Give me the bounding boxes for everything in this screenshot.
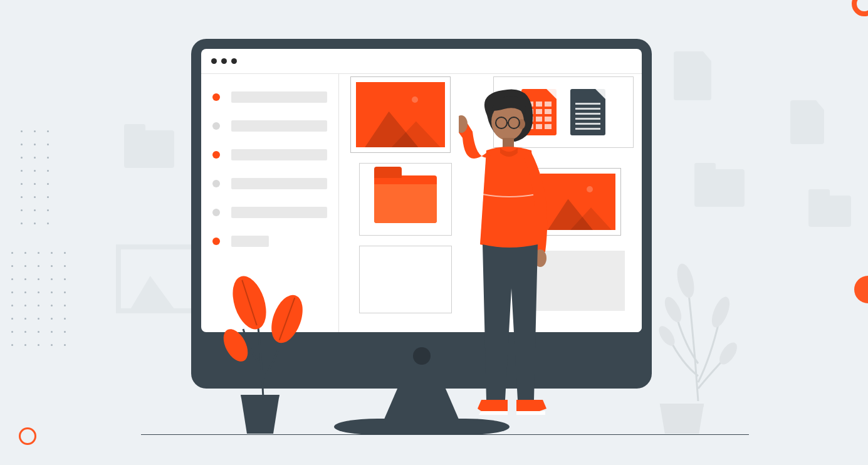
bg-document-icon: [790, 100, 824, 144]
plant-pot: [238, 395, 282, 434]
sidebar-item[interactable]: [212, 178, 327, 189]
bullet-active-icon: [212, 93, 220, 101]
dot-grid: [21, 130, 49, 224]
file-grid: [339, 74, 642, 332]
traffic-light-dot: [211, 58, 217, 64]
sidebar-item[interactable]: [212, 91, 327, 103]
monitor-base: [334, 419, 510, 435]
sidebar-item-label: [231, 178, 327, 189]
illustration-scene: [0, 0, 868, 465]
sidebar-item[interactable]: [212, 120, 327, 132]
bullet-inactive-icon: [212, 180, 220, 187]
bg-folder-icon: [694, 169, 745, 207]
svg-point-13: [674, 262, 698, 300]
sidebar-item-label: [231, 236, 269, 247]
bullet-inactive-icon: [212, 209, 220, 216]
bullet-active-icon: [212, 151, 220, 159]
accent-circle-bottom-left: [19, 427, 36, 445]
dot-grid: [11, 252, 66, 346]
accent-half-circle-right: [854, 276, 868, 303]
window-titlebar: [201, 49, 642, 74]
sidebar-item[interactable]: [212, 149, 327, 160]
monitor-power-button: [413, 347, 431, 365]
plant-pot: [657, 404, 707, 434]
bullet-inactive-icon: [212, 122, 220, 130]
file-card-folder[interactable]: [359, 163, 452, 236]
bg-folder-icon: [124, 130, 174, 168]
spreadsheet-file-icon: [521, 89, 557, 135]
bg-document-icon: [674, 51, 711, 100]
sidebar-item[interactable]: [212, 236, 327, 247]
svg-point-14: [708, 295, 733, 330]
traffic-light-dot: [221, 58, 227, 64]
image-thumbnail-icon: [356, 82, 445, 147]
plant-illustration: [651, 232, 745, 407]
traffic-light-dot: [231, 58, 237, 64]
sidebar-item-label: [231, 120, 327, 132]
bg-folder-icon: [808, 196, 851, 227]
file-card-group[interactable]: [493, 76, 634, 148]
sidebar-item[interactable]: [212, 207, 327, 218]
image-thumbnail-icon: [540, 174, 615, 230]
folder-icon: [374, 175, 437, 223]
file-card-image[interactable]: [535, 168, 621, 236]
sidebar-item-label: [231, 207, 327, 218]
file-card-placeholder[interactable]: [535, 251, 625, 311]
bullet-active-icon: [212, 238, 220, 245]
file-card-image[interactable]: [350, 76, 451, 153]
svg-point-10: [219, 325, 253, 365]
monitor-stand: [384, 389, 459, 420]
svg-point-17: [656, 323, 677, 348]
bg-image-icon: [116, 244, 197, 313]
svg-point-15: [661, 295, 684, 325]
sidebar-item-label: [231, 91, 327, 103]
accent-circle-top-right: [852, 0, 868, 16]
file-card-empty[interactable]: [359, 246, 452, 313]
plant-illustration: [213, 260, 313, 404]
document-file-icon: [570, 89, 605, 135]
sidebar-item-label: [231, 149, 327, 160]
